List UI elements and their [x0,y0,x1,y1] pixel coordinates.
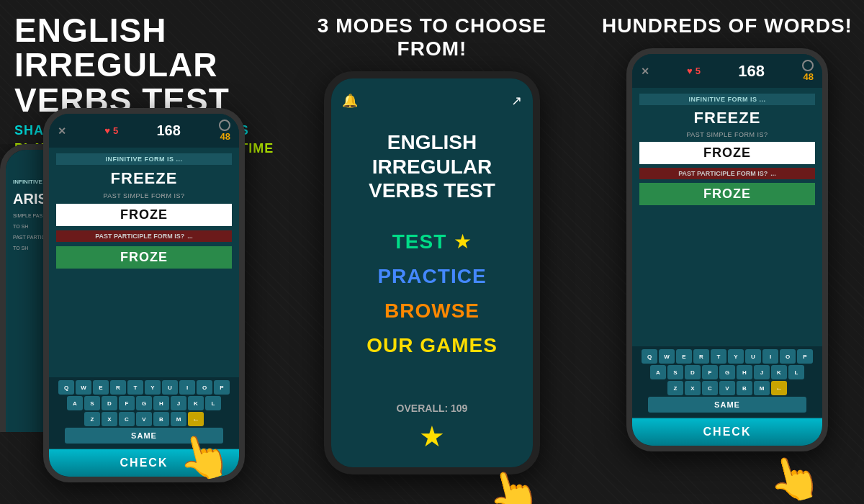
star-bottom-icon: ★ [419,420,445,453]
check-button-right[interactable]: CHECK [632,418,822,446]
key-a-r[interactable]: A [650,365,666,379]
lives-count: 5 [113,125,118,136]
key-d[interactable]: D [102,396,117,410]
key-l-r[interactable]: L [788,365,804,379]
phone-right: ✕ ♥ 5 168 48 INFINITIVE FORM IS ... FREE… [626,48,828,504]
key-h-r[interactable]: H [737,365,752,379]
menu-games[interactable]: OUR GAMES [366,334,498,357]
kb-row-1-right: Q W E R T Y U I O P [634,349,821,364]
key-p[interactable]: P [214,380,230,395]
lives-display: ♥ 5 [104,125,118,136]
volume-icon[interactable]: 🔔 [342,93,358,109]
settings-icon-right[interactable] [802,60,814,71]
settings-icon[interactable] [219,120,230,131]
right-header: HUNDREDS OF WORDS! [595,0,860,48]
phone-screen-left: ✕ ♥ 5 168 48 INFINITIVE FORM IS ... FREE… [49,114,239,477]
key-j-r[interactable]: J [754,365,770,379]
phone-frame-left: ✕ ♥ 5 168 48 INFINITIVE FORM IS ... FREE… [43,108,245,482]
menu-test[interactable]: TEST [392,230,447,253]
key-g-r[interactable]: G [719,365,735,379]
key-w-r[interactable]: W [659,349,675,364]
close-icon[interactable]: ✕ [58,125,66,137]
verb-display-right: FREEZE [639,109,815,127]
key-q[interactable]: Q [58,380,74,395]
phone-topbar-left: ✕ ♥ 5 168 48 [49,114,239,148]
key-i[interactable]: I [179,380,195,395]
key-b[interactable]: B [153,412,169,426]
close-icon-right[interactable]: ✕ [641,66,649,77]
key-a[interactable]: A [67,396,83,410]
phone-frame-right: ✕ ♥ 5 168 48 INFINITIVE FORM IS ... FREE… [626,48,828,451]
key-o-r[interactable]: O [780,349,796,364]
key-backspace-r[interactable]: ← [771,381,787,395]
past-participle-header-right: PAST PARTICIPLE FORM IS? ... [639,168,815,179]
hand-pointer-right: 👆 [761,447,827,504]
key-u[interactable]: U [162,380,178,395]
heart-icon-right: ♥ [687,66,693,76]
key-w[interactable]: W [76,380,91,395]
past-simple-answer: FROZE [56,204,232,226]
phone-middle: 🔔 ↗ ENGLISH IRREGULAR VERBS TEST TEST ★ … [324,71,540,504]
key-y[interactable]: Y [145,380,161,395]
past-simple-label-right: PAST SIMPLE FORM IS? [639,131,815,138]
phone-right-screen: ✕ ♥ 5 168 48 INFINITIVE FORM IS ... FREE… [632,54,822,446]
key-c-r[interactable]: C [702,381,718,395]
key-g[interactable]: G [136,396,152,410]
verb-display: FREEZE [56,169,232,188]
menu-practice[interactable]: PRACTICE [377,265,486,288]
phone-frame-middle: 🔔 ↗ ENGLISH IRREGULAR VERBS TEST TEST ★ … [324,71,540,474]
middle-header: 3 MODES TO CHOOSE FROM! [274,0,590,71]
star-icon: ★ [454,230,472,253]
same-button-right[interactable]: SAME [648,397,806,413]
key-j[interactable]: J [171,396,186,410]
key-p-r[interactable]: P [797,349,813,364]
key-k[interactable]: K [188,396,204,410]
key-z[interactable]: Z [84,412,100,426]
key-f[interactable]: F [119,396,135,410]
share-icon[interactable]: ↗ [511,93,522,109]
key-e[interactable]: E [93,380,109,395]
key-q-r[interactable]: Q [642,349,657,364]
key-o[interactable]: O [197,380,212,395]
right-section: HUNDREDS OF WORDS! ✕ ♥ 5 168 48 [590,0,864,504]
lives-count-right: 5 [696,66,701,76]
key-s[interactable]: S [84,396,100,410]
key-backspace[interactable]: ← [188,412,204,426]
middle-topbar: 🔔 ↗ [342,93,522,109]
past-participle-answer: FROZE [56,246,232,269]
key-r[interactable]: R [110,380,126,395]
key-t-r[interactable]: T [711,349,726,364]
key-u-r[interactable]: U [745,349,761,364]
infinitive-label-right: INFINITIVE FORM IS ... [639,94,815,105]
key-l[interactable]: L [205,396,221,410]
key-c[interactable]: C [119,412,135,426]
kb-row-3: Z X C V B M ← [50,412,238,426]
kb-row-2-right: A S D F G H J K L [634,365,821,379]
key-b-r[interactable]: B [737,381,752,395]
menu-browse[interactable]: BROWSE [384,300,480,323]
key-v-r[interactable]: V [719,381,735,395]
score-display-right: 168 [738,62,765,81]
key-h[interactable]: H [153,396,169,410]
kb-row-1: Q W E R T Y U I O P [50,380,238,395]
key-x[interactable]: X [102,412,117,426]
key-s-r[interactable]: S [667,365,683,379]
heart-icon: ♥ [104,125,110,136]
key-r-r[interactable]: R [693,349,709,364]
key-y-r[interactable]: Y [728,349,744,364]
key-f-r[interactable]: F [702,365,718,379]
key-i-r[interactable]: I [762,349,778,364]
overall-label: OVERALL: 109 [397,402,468,414]
key-k-r[interactable]: K [771,365,787,379]
points-display-right: 48 [804,71,814,82]
key-e-r[interactable]: E [676,349,692,364]
key-x-r[interactable]: X [685,381,701,395]
key-m[interactable]: M [171,412,186,426]
key-t[interactable]: T [127,380,143,395]
phone-content-left: INFINITIVE FORM IS ... FREEZE PAST SIMPL… [49,148,239,377]
key-d-r[interactable]: D [685,365,701,379]
key-z-r[interactable]: Z [667,381,683,395]
menu-test-row: TEST ★ [392,225,472,259]
key-m-r[interactable]: M [754,381,770,395]
key-v[interactable]: V [136,412,152,426]
